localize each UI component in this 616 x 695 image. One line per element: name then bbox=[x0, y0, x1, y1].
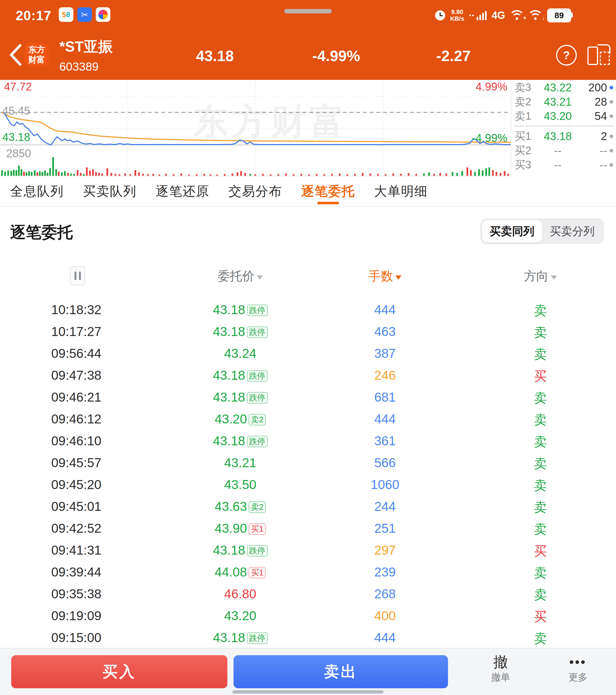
sort-caret-icon bbox=[551, 275, 557, 280]
table-row[interactable]: 09:35:3846.80268卖 bbox=[0, 582, 616, 604]
column-header-lots[interactable]: 手数 bbox=[336, 268, 434, 285]
table-row[interactable]: 09:46:1243.20卖2444卖 bbox=[0, 407, 616, 429]
axis-label-prev-close: 45.45 bbox=[2, 104, 30, 117]
order-time: 09:45:20 bbox=[51, 477, 101, 492]
buy-button[interactable]: 买入 bbox=[11, 655, 227, 688]
order-time: 09:56:44 bbox=[51, 346, 101, 361]
price-value: 43.90 bbox=[215, 521, 247, 536]
table-row[interactable]: 09:15:0043.18跌停444卖 bbox=[0, 626, 616, 648]
sell-button[interactable]: 卖出 bbox=[233, 655, 448, 688]
order-price: 43.18跌停 bbox=[162, 390, 319, 405]
order-direction: 卖 bbox=[493, 586, 588, 604]
order-time: 09:45:01 bbox=[51, 499, 101, 514]
network-speed: 9.80KB/s bbox=[450, 9, 464, 22]
order-book-row[interactable]: 买2---- bbox=[515, 143, 613, 158]
order-direction: 卖 bbox=[493, 521, 588, 538]
table-row[interactable]: 09:19:0943.20400买 bbox=[0, 604, 616, 626]
tab-5[interactable]: 逐笔委托 bbox=[301, 176, 355, 206]
price-value: 43.18 bbox=[213, 390, 245, 404]
price-tag: 跌停 bbox=[247, 370, 268, 382]
table-row[interactable]: 09:39:4444.08买1239卖 bbox=[0, 560, 616, 582]
table-row[interactable]: 10:18:3243.18跌停444卖 bbox=[0, 298, 616, 320]
section-title: 逐笔委托 bbox=[10, 222, 73, 243]
order-book-row[interactable]: 卖343.22200 bbox=[515, 81, 613, 95]
order-price: 43.20 bbox=[162, 608, 319, 623]
tab-4[interactable]: 交易分布 bbox=[228, 176, 282, 206]
page-switch-button[interactable] bbox=[587, 46, 610, 64]
stock-code: 603389 bbox=[59, 60, 113, 73]
back-button[interactable] bbox=[8, 44, 22, 66]
axis-label-low: 43.18 bbox=[2, 131, 30, 143]
tab-6[interactable]: 大单明细 bbox=[374, 176, 428, 206]
table-row[interactable]: 09:46:2143.18跌停681卖 bbox=[0, 386, 616, 407]
table-row[interactable]: 09:41:3143.18跌停297买 bbox=[0, 539, 616, 560]
table-row[interactable]: 09:42:5243.90买1251卖 bbox=[0, 517, 616, 539]
gallery-app-icon bbox=[96, 7, 110, 22]
header-change-pct: -4.99% bbox=[312, 47, 360, 65]
tab-3[interactable]: 逐笔还原 bbox=[156, 176, 209, 206]
watermark: 东方财富 bbox=[193, 98, 349, 146]
table-row[interactable]: 09:56:4443.24387卖 bbox=[0, 342, 616, 364]
level-price: 43.21 bbox=[535, 96, 580, 108]
level-volume: 54 bbox=[580, 110, 607, 122]
table-row[interactable]: 09:47:3843.18跌停246买 bbox=[0, 364, 616, 386]
volume-dot-icon bbox=[607, 163, 613, 167]
toggle-option-1[interactable]: 买卖同列 bbox=[482, 220, 542, 242]
tab-2[interactable]: 买卖队列 bbox=[83, 176, 137, 206]
order-direction: 卖 bbox=[493, 324, 588, 341]
order-time: 09:42:52 bbox=[51, 521, 101, 536]
cancel-order-button[interactable]: 撤 撤单 bbox=[475, 654, 526, 684]
column-header-price[interactable]: 委托价 bbox=[162, 268, 319, 285]
order-book-row[interactable]: 卖243.2128 bbox=[515, 95, 613, 109]
table-row[interactable]: 09:46:1043.18跌停361卖 bbox=[0, 429, 616, 451]
order-price: 43.18跌停 bbox=[162, 433, 319, 448]
order-list: 10:18:3243.18跌停444卖10:17:2743.18跌停463卖09… bbox=[0, 298, 616, 648]
status-right-cluster: 9.80KB/s 4G + ↓ 89 bbox=[435, 0, 571, 31]
volume-dot-icon bbox=[607, 135, 613, 138]
toggle-option-2[interactable]: 买卖分列 bbox=[542, 220, 602, 242]
price-value: 43.20 bbox=[215, 412, 247, 426]
level-volume: 2 bbox=[580, 130, 607, 143]
detail-tabs: 全息队列买卖队列逐笔还原交易分布逐笔委托大单明细 bbox=[0, 176, 616, 207]
price-value: 43.20 bbox=[224, 608, 256, 623]
volume-dot-icon bbox=[607, 114, 613, 118]
order-price: 46.80 bbox=[162, 586, 319, 601]
app-58-icon: 58 bbox=[59, 7, 73, 22]
column-header-direction[interactable]: 方向 bbox=[493, 268, 588, 285]
order-book-row[interactable]: 买3---- bbox=[515, 158, 613, 172]
order-lots: 444 bbox=[336, 302, 434, 317]
order-lots: 246 bbox=[336, 368, 434, 383]
pause-button[interactable] bbox=[70, 266, 85, 285]
price-tag: 跌停 bbox=[247, 392, 268, 404]
more-button[interactable]: ••• 更多 bbox=[553, 654, 603, 684]
app-header: 东方财富 *ST亚振 603389 43.18 -4.99% -2.27 ? bbox=[0, 31, 616, 80]
status-bar: 20:17 58 ✂ 9.80KB/s 4G + ↓ 89 bbox=[0, 0, 616, 31]
table-row[interactable]: 09:45:2043.501060卖 bbox=[0, 473, 616, 495]
table-row[interactable]: 09:45:5743.21566卖 bbox=[0, 451, 616, 473]
price-value: 43.18 bbox=[213, 302, 245, 317]
order-direction: 卖 bbox=[493, 346, 588, 363]
order-direction: 卖 bbox=[493, 477, 588, 494]
level-price: 43.22 bbox=[535, 81, 580, 94]
order-book-row[interactable]: 卖143.2054 bbox=[515, 109, 613, 123]
order-price: 44.08买1 bbox=[162, 564, 319, 579]
signal-dots-icon bbox=[469, 15, 474, 16]
order-direction: 卖 bbox=[493, 433, 588, 451]
intraday-chart[interactable]: 东方财富 47.72 45.45 43.18 2850 4.99% -4.99% bbox=[0, 80, 511, 176]
table-row[interactable]: 09:45:0143.63卖2244卖 bbox=[0, 495, 616, 517]
order-direction: 买 bbox=[493, 368, 588, 385]
price-tag: 跌停 bbox=[247, 436, 268, 447]
home-indicator[interactable] bbox=[232, 690, 384, 694]
order-direction: 卖 bbox=[493, 630, 588, 647]
price-tag: 跌停 bbox=[247, 632, 268, 644]
help-button[interactable]: ? bbox=[556, 45, 577, 66]
order-time: 09:39:44 bbox=[51, 564, 101, 579]
table-row[interactable]: 10:17:2743.18跌停463卖 bbox=[0, 320, 616, 342]
order-lots: 444 bbox=[336, 411, 434, 426]
tab-1[interactable]: 全息队列 bbox=[10, 176, 64, 206]
axis-label-high: 47.72 bbox=[4, 81, 32, 93]
order-lots: 1060 bbox=[336, 477, 434, 492]
order-book-row[interactable]: 买143.182 bbox=[515, 129, 613, 143]
table-header: 委托价 手数 方向 bbox=[0, 266, 616, 285]
order-price: 43.24 bbox=[162, 346, 319, 361]
